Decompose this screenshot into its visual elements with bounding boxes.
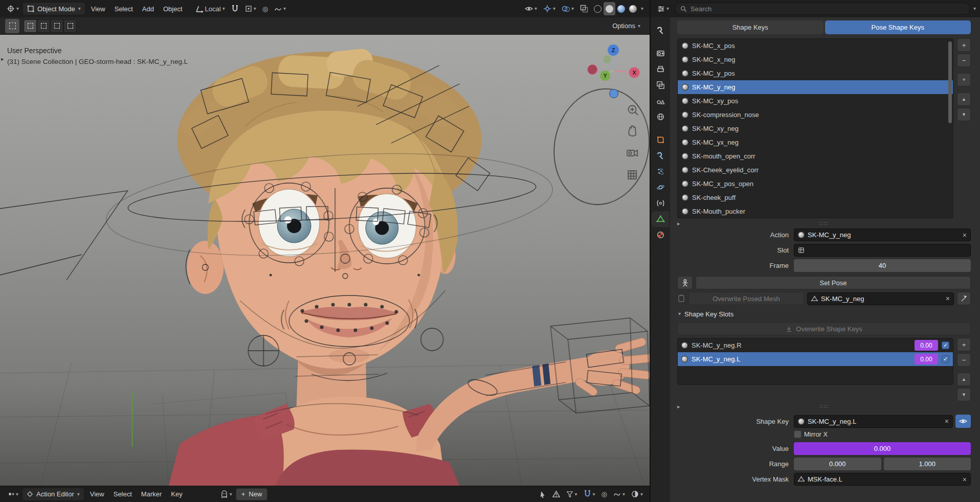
gizmos-toggle-dropdown[interactable]: ▾ (541, 2, 558, 15)
shape-key-field[interactable]: SK-MC_y_neg.L × (794, 415, 953, 428)
shape-key-list-item[interactable]: SK-mouth_open_corr (678, 149, 953, 163)
clear-posed-mesh-icon[interactable]: × (946, 295, 950, 302)
shape-key-list-item[interactable]: SK-MC_y_neg (678, 80, 953, 94)
chevron-down-icon[interactable]: ▾ (973, 6, 976, 11)
viewport-menu-item[interactable]: Add (138, 2, 159, 15)
clear-vertex-mask-icon[interactable]: × (963, 476, 967, 483)
shading-wireframe-button[interactable] (592, 2, 604, 15)
tab-physics[interactable] (652, 179, 669, 195)
remove-item-button[interactable]: − (957, 54, 971, 67)
dopesheet-menu-item[interactable]: View (85, 488, 109, 501)
slot-value-field[interactable]: 0.00 (915, 354, 938, 364)
select-mode-extend[interactable] (37, 19, 50, 33)
tab-constraints[interactable] (652, 195, 669, 211)
overlay-dropdown-dopesheet[interactable]: ▾ (629, 488, 645, 501)
action-field[interactable]: SK-MC_y_neg × (794, 229, 971, 241)
add-slot-button[interactable]: + (957, 338, 971, 351)
dopesheet-editor-type-button[interactable]: ▾ (4, 488, 21, 501)
select-mode-intersect[interactable] (63, 19, 77, 33)
shape-key-list-item[interactable]: SK-Cheek_eyelid_corr (678, 163, 953, 177)
overwrite-shape-keys-button[interactable]: Overwrite Shape Keys (677, 322, 971, 335)
clear-shape-key-icon[interactable]: × (945, 418, 949, 425)
dopesheet-mode-dropdown[interactable]: Action Editor ▾ (22, 488, 84, 501)
posed-mesh-field[interactable]: SK-MC_y_neg × (807, 292, 954, 305)
viewport-menu-item[interactable]: Object (159, 2, 187, 15)
slot-field[interactable] (794, 244, 971, 257)
falloff-dropdown-dopesheet[interactable]: ▾ (611, 488, 628, 501)
shading-solid-button[interactable] (604, 2, 615, 15)
object-visibility-dropdown[interactable]: ▾ (522, 2, 540, 15)
shape-key-list-item[interactable]: SK-MC_x_pos (678, 39, 953, 53)
select-mode-subtract[interactable] (50, 19, 63, 33)
specials-menu-button[interactable]: ▾ (957, 73, 971, 86)
show-errors-toggle[interactable] (550, 488, 563, 501)
clear-action-icon[interactable]: × (963, 232, 967, 239)
tool-options-dropdown[interactable]: Options ▾ (608, 19, 644, 33)
resize-grip-icon[interactable]: ∷∷ (819, 221, 829, 226)
value-slider[interactable]: 0.000 (794, 442, 971, 455)
browse-action-dropdown[interactable]: ▾ (218, 488, 235, 501)
gizmo-z-neg-axis[interactable] (610, 89, 618, 98)
region-toggle-icon[interactable]: ▸ (1, 56, 4, 62)
tab-material[interactable] (652, 227, 669, 243)
snap-dropdown-dopesheet[interactable]: ▾ (581, 488, 598, 501)
shape-key-list-item[interactable]: SK-cheek_puff (678, 191, 953, 204)
tab-world[interactable] (652, 109, 669, 125)
slot-enabled-checkbox[interactable]: ✓ (942, 341, 949, 349)
mode-dropdown[interactable]: Object Mode ▾ (23, 2, 85, 15)
proportional-editing-toggle[interactable]: ◎ (260, 2, 271, 15)
xray-toggle[interactable] (577, 2, 591, 15)
snap-toggle[interactable] (229, 2, 241, 15)
dopesheet-menu-item[interactable]: Marker (137, 488, 166, 501)
proportional-falloff-dropdown[interactable]: ▾ (272, 2, 288, 15)
properties-search[interactable] (675, 3, 970, 15)
tab-view-layer[interactable] (652, 77, 669, 93)
proportional-editing-dopesheet[interactable]: ◎ (599, 488, 610, 501)
new-action-button[interactable]: + New (236, 488, 268, 500)
dopesheet-menu-item[interactable]: Select (109, 488, 137, 501)
shading-rendered-button[interactable] (627, 2, 639, 15)
filter-dropdown[interactable]: ▾ (564, 488, 580, 501)
shading-dropdown[interactable]: ▾ (639, 2, 645, 15)
tab-object[interactable] (652, 132, 669, 148)
shading-material-button[interactable] (615, 2, 627, 15)
properties-editor-type-button[interactable]: ▾ (655, 2, 672, 15)
shape-key-slots-header[interactable]: ▾ Shape Key Slots (678, 308, 971, 320)
gizmo-y-neg-axis[interactable] (603, 55, 611, 63)
collapsed-panel-icon[interactable]: ▸ (677, 404, 680, 409)
only-selected-toggle[interactable] (537, 488, 549, 501)
editor-type-button[interactable]: ▾ (4, 2, 21, 15)
overlays-toggle-dropdown[interactable]: ▾ (559, 2, 576, 15)
tab-particles[interactable] (652, 164, 669, 179)
shape-key-list-item[interactable]: SK-MC_x_pos_open (678, 177, 953, 191)
set-pose-button[interactable]: Set Pose (696, 276, 971, 289)
slot-list-item[interactable]: SK-MC_y_neg.R 0.00 ✓ (678, 338, 953, 352)
move-down-button[interactable]: ▼ (957, 108, 971, 121)
snap-target-dropdown[interactable]: ▾ (242, 2, 259, 15)
tab-object-data[interactable] (652, 211, 669, 227)
tab-modifiers[interactable] (652, 148, 669, 164)
mirror-x-checkbox[interactable] (794, 430, 801, 438)
tab-render[interactable] (652, 45, 669, 61)
search-input[interactable] (691, 5, 965, 13)
tab-tool[interactable] (652, 22, 669, 38)
collapsed-panel-icon[interactable]: ▸ (677, 221, 680, 226)
viewport-canvas[interactable]: Z X Y (0, 35, 650, 486)
shape-key-list-item[interactable]: SK-compression_nose (678, 108, 953, 122)
overwrite-posed-mesh-button[interactable]: Overwrite Posed Mesh (688, 292, 804, 305)
shape-key-list-item[interactable]: SK-MC_xy_pos (678, 94, 953, 108)
gizmo-x-neg-axis[interactable] (588, 65, 597, 75)
shape-key-visibility-toggle[interactable] (955, 415, 971, 428)
remove-slot-button[interactable]: − (957, 353, 971, 367)
tab-scene[interactable] (652, 93, 669, 109)
viewport-menu-item[interactable]: Select (110, 2, 138, 15)
move-up-button[interactable]: ▲ (957, 93, 971, 106)
viewport-menu-item[interactable]: View (86, 2, 110, 15)
tab-output[interactable] (652, 61, 669, 77)
resize-grip-icon[interactable]: ∷∷ (819, 404, 829, 409)
assign-mesh-button[interactable] (957, 292, 971, 305)
slot-move-up-button[interactable]: ▲ (957, 373, 971, 386)
slot-move-down-button[interactable]: ▼ (957, 388, 971, 401)
set-pose-icon-button[interactable] (677, 276, 693, 289)
tab-pose-shape-keys[interactable]: Pose Shape Keys (825, 20, 971, 34)
